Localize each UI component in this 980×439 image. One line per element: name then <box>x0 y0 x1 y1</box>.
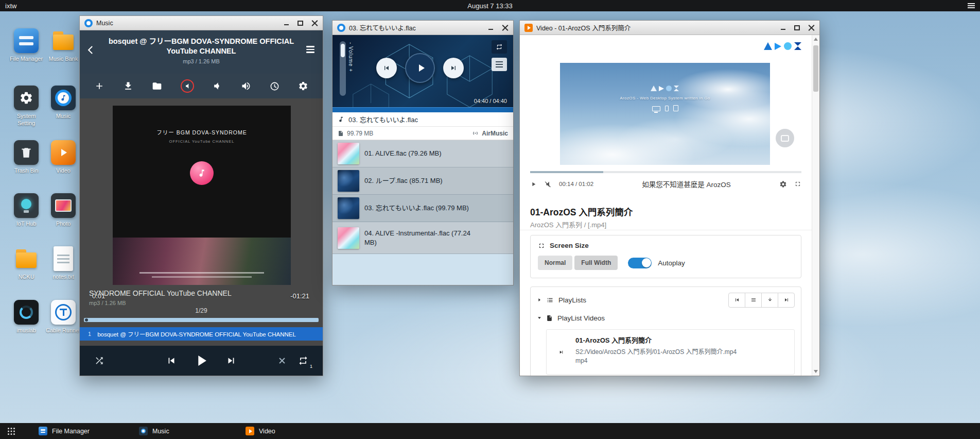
mini-player-button[interactable] <box>776 129 794 147</box>
scroll-down-icon[interactable] <box>814 370 818 373</box>
previous-button[interactable] <box>376 58 397 78</box>
video-window-titlebar[interactable]: Video - 01-ArozOS 入門系列簡介 <box>520 21 819 35</box>
brand-label: AirMusic <box>482 130 508 137</box>
desktop-icon-video[interactable]: Video <box>45 140 82 175</box>
video-settings-button[interactable] <box>779 180 787 188</box>
track-title: bosquet @ フリーBGM DOVA-SYNDROME OFFICIAL … <box>97 330 314 338</box>
taskbar-item-video[interactable]: Video <box>246 423 275 439</box>
minimize-button[interactable] <box>488 25 494 30</box>
track-number: 1 <box>88 331 91 337</box>
desktop-icon-notes-txt[interactable]: notes.txt <box>45 246 82 281</box>
desktop-icon-iot-hub[interactable]: IoT Hub <box>8 193 45 228</box>
channel-title: bosquet @ フリーBGM DOVA-SYNDROME OFFICIAL … <box>104 37 298 56</box>
volume-handle[interactable] <box>341 44 345 57</box>
timer-button[interactable] <box>270 81 279 91</box>
play-button[interactable] <box>405 53 435 83</box>
desktop-icon-music[interactable]: Music <box>45 86 82 120</box>
menu-icon[interactable] <box>306 46 314 53</box>
maximize-button[interactable] <box>297 21 303 26</box>
mute-button[interactable] <box>544 180 552 188</box>
taskbar-item-file-manager[interactable]: File Manager <box>39 423 90 439</box>
playlist-track-row-current[interactable]: 03. 忘れてもいいよ.flac (99.79 MB) <box>332 195 513 222</box>
minimize-button[interactable] <box>780 25 786 30</box>
window-title: Video - 01-ArozOS 入門系列簡介 <box>536 23 773 32</box>
next-button[interactable] <box>225 355 237 366</box>
next-button[interactable] <box>443 58 464 78</box>
playlist-menu-button[interactable] <box>492 58 507 71</box>
seek-handle[interactable] <box>85 318 88 322</box>
playlist-video-item[interactable]: 01-ArozOS 入門系列簡介 S2:/Video/ArozOS 入門系列/0… <box>546 329 795 375</box>
menu-icon[interactable] <box>968 3 975 8</box>
playlist-track-row[interactable]: 02. ループ.flac (85.71 MB) <box>332 167 513 195</box>
video-overlay: ArozOS - Web Desktop System written in G… <box>560 86 770 111</box>
volume-down-button[interactable] <box>212 81 222 91</box>
seek-bar[interactable] <box>84 318 319 322</box>
scroll-up-icon[interactable] <box>814 38 818 41</box>
full-width-button[interactable]: Full Width <box>574 256 618 270</box>
close-button[interactable] <box>808 24 815 31</box>
desktop-icon-imuslab[interactable]: imuslab <box>8 300 45 334</box>
scrollbar[interactable] <box>812 35 819 376</box>
divider <box>520 230 812 230</box>
music-window-titlebar[interactable]: Music <box>80 16 323 30</box>
download-button[interactable] <box>761 293 778 308</box>
desktop-icon-label: Trash Bin <box>14 167 39 175</box>
playlist-row-overflow-subtitle: mp3 / 1.26 MB <box>89 300 126 306</box>
progress-bar[interactable] <box>332 107 513 112</box>
desktop-icon-photo[interactable]: Photo <box>45 193 82 228</box>
cross-icon[interactable] <box>278 357 286 364</box>
close-button[interactable] <box>502 24 509 31</box>
playlist-current-row[interactable]: 1 bosquet @ フリーBGM DOVA-SYNDROME OFFICIA… <box>80 327 323 341</box>
player-controls: 1 <box>80 346 323 376</box>
previous-button[interactable] <box>166 355 177 366</box>
desktop-icon-ncku[interactable]: NCKU <box>8 246 45 281</box>
arozos-logo <box>764 42 802 50</box>
playlist-videos-row[interactable]: PlayList Videos <box>537 311 795 325</box>
autoplay-toggle[interactable] <box>628 258 652 268</box>
video-seek-bar[interactable] <box>530 171 801 173</box>
skip-back-button[interactable] <box>728 293 745 308</box>
airmusic-window-titlebar[interactable]: 03. 忘れてもいいよ.flac <box>332 21 513 35</box>
volume-slider[interactable] <box>340 41 346 96</box>
video-player[interactable]: ArozOS - Web Desktop System written in G… <box>560 63 770 165</box>
playlist-track-row[interactable]: 01. ALIVE.flac (79.26 MB) <box>332 140 513 167</box>
screen-size-label: Screen Size <box>550 242 589 249</box>
scrollbar-thumb[interactable] <box>813 45 818 92</box>
caret-right-icon[interactable] <box>537 297 542 302</box>
download-button[interactable] <box>123 81 133 91</box>
repeat-button[interactable] <box>492 40 507 54</box>
repeat-one-button[interactable]: 1 <box>298 356 308 366</box>
back-icon[interactable] <box>86 45 96 55</box>
fullscreen-button[interactable] <box>794 180 801 188</box>
normal-button[interactable]: Normal <box>538 256 572 270</box>
caret-down-icon[interactable] <box>537 315 542 320</box>
play-button[interactable] <box>530 181 537 188</box>
volume-up-button[interactable] <box>241 81 251 91</box>
app-launcher-icon[interactable] <box>7 427 15 435</box>
skip-forward-button[interactable] <box>778 293 795 308</box>
minimize-button[interactable] <box>284 20 289 26</box>
volume-mute-button[interactable] <box>181 79 194 93</box>
now-playing-header: bosquet @ フリーBGM DOVA-SYNDROME OFFICIAL … <box>80 30 323 74</box>
playlist-item-title: 01-ArozOS 入門系列簡介 <box>575 335 788 345</box>
settings-button[interactable] <box>298 81 308 91</box>
play-button[interactable] <box>192 352 210 369</box>
desktop-icon-cable-runner[interactable]: Cable Runner <box>45 300 82 334</box>
add-button[interactable] <box>94 81 104 91</box>
playlist-track-row[interactable]: 04. ALIVE -Instrumental-.flac (77.24 MB) <box>332 222 513 254</box>
maximize-button[interactable] <box>794 25 800 30</box>
shuffle-icon[interactable] <box>94 356 104 366</box>
video-subtitle: 如果您不知道甚麼是 ArozOS <box>601 179 772 189</box>
queue-list-button[interactable] <box>745 293 762 308</box>
photo-icon <box>51 193 76 218</box>
circle-icon <box>666 86 672 91</box>
video-time-display: 00:14 / 01:02 <box>559 181 593 187</box>
desktop-icon-system-setting[interactable]: System Setting <box>8 86 45 127</box>
desktop-icon-music-bank[interactable]: Music Bank <box>45 28 82 63</box>
desktop-icon-trash-bin[interactable]: Trash Bin <box>8 140 45 175</box>
close-button[interactable] <box>311 20 318 26</box>
open-folder-button[interactable] <box>152 81 162 91</box>
taskbar-item-music[interactable]: Music <box>139 423 169 439</box>
desktop-icon-file-manager[interactable]: File Manager <box>8 28 45 63</box>
playlists-row[interactable]: PlayLists <box>537 292 795 308</box>
